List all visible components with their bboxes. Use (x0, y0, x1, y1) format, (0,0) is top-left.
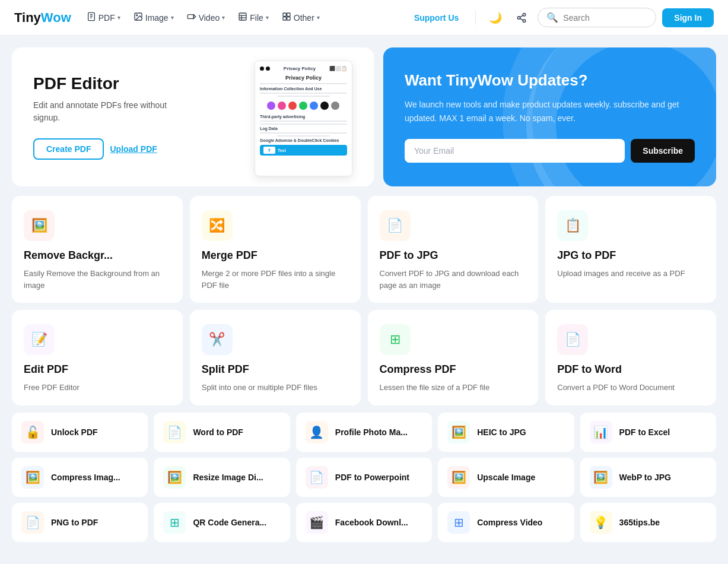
svg-rect-8 (239, 13, 246, 20)
tool-card-large[interactable]: 📝 Edit PDF Free PDF Editor (12, 310, 183, 405)
pdf-preview: Privacy Policy ⬛⬜📋 Privacy Policy Inform… (246, 66, 352, 167)
tool-icon: 📊 (593, 425, 608, 439)
nav-items: PDF▾Image▾Video▾File▾Other▾ (81, 8, 402, 27)
tool-icon-small: 🖼️ (21, 466, 44, 489)
tool-card-large[interactable]: 🖼️ Remove Backgr... Easily Remove the Ba… (12, 196, 183, 303)
tools-grid-small-1: 🔓 Unlock PDF 📄 Word to PDF 👤 Profile Pho… (12, 413, 716, 452)
tool-name: Merge PDF (202, 249, 349, 262)
svg-rect-15 (287, 17, 290, 20)
email-input[interactable] (405, 139, 625, 163)
svg-rect-12 (283, 13, 286, 16)
tool-name: Remove Backgr... (24, 249, 171, 262)
tool-card-large[interactable]: 📄 PDF to JPG Convert PDF to JPG and down… (368, 196, 539, 303)
tool-card-small[interactable]: 🖼️ Compress Imag... (12, 458, 148, 497)
upload-pdf-button[interactable]: Upload PDF (110, 144, 157, 154)
search-bar[interactable]: 🔍 (538, 8, 656, 27)
tool-icon-wrap: 🖼️ (24, 210, 55, 241)
tool-name-small: WebP to JPG (619, 473, 671, 482)
nav-icon-other (282, 12, 291, 23)
tool-card-large[interactable]: 📄 PDF to Word Convert a PDF to Word Docu… (545, 310, 716, 405)
tool-name: Edit PDF (24, 363, 171, 376)
nav-item-file[interactable]: File▾ (232, 8, 275, 27)
tool-card-small[interactable]: ⊞ QR Code Genera... (154, 503, 290, 542)
subscribe-button[interactable]: Subscribe (631, 139, 695, 163)
tool-name: Compress PDF (380, 363, 527, 376)
tool-card-small[interactable]: 💡 365tips.be (580, 503, 716, 542)
nav-icon-video (187, 12, 196, 23)
nav-chevron: ▾ (117, 14, 120, 21)
tool-card-small[interactable]: 📊 PDF to Excel (580, 413, 716, 452)
tools-grid-small-3: 📄 PNG to PDF ⊞ QR Code Genera... 🎬 Faceb… (12, 503, 716, 542)
tool-card-small[interactable]: 📄 PNG to PDF (12, 503, 148, 542)
tool-icon: 🔓 (26, 425, 40, 439)
hero-pdf-editor: PDF Editor Edit and annotate PDFs free w… (12, 47, 374, 186)
tool-icon: 🖼️ (593, 470, 608, 484)
tool-icon: 📄 (565, 332, 581, 347)
search-input[interactable] (563, 13, 647, 23)
tool-card-small[interactable]: 🎬 Facebook Downl... (296, 503, 432, 542)
dark-mode-button[interactable]: 🌙 (485, 8, 506, 28)
tool-icon-wrap: 📝 (24, 324, 55, 355)
nav-chevron: ▾ (266, 14, 269, 21)
newsletter-desc: We launch new tools and make product upd… (405, 98, 695, 125)
tool-name-small: QR Code Genera... (193, 518, 266, 527)
tool-icon-wrap: 📄 (557, 324, 588, 355)
tool-card-small[interactable]: ⊞ Compress Video (438, 503, 574, 542)
tool-card-small[interactable]: 🖼️ HEIC to JPG (438, 413, 574, 452)
tool-card-large[interactable]: ✂️ Split PDF Split into one or multiple … (190, 310, 361, 405)
share-button[interactable] (511, 8, 532, 28)
nav-chevron: ▾ (171, 14, 174, 21)
tool-icon: 🔀 (209, 218, 225, 233)
logo-tiny: Tiny (14, 10, 41, 25)
search-icon: 🔍 (546, 12, 558, 23)
tool-desc: Lessen the file size of a PDF file (380, 382, 527, 394)
tool-name-small: Compress Imag... (51, 473, 120, 482)
svg-line-19 (520, 18, 523, 20)
nav-label: File (250, 13, 263, 23)
nav-item-image[interactable]: Image▾ (128, 8, 180, 27)
nav-label: Video (199, 13, 220, 23)
nav-item-other[interactable]: Other▾ (276, 8, 326, 27)
nav-item-video[interactable]: Video▾ (181, 8, 231, 27)
nav-label: PDF (98, 13, 115, 23)
tool-name: JPG to PDF (557, 249, 704, 262)
nav-label: Other (294, 13, 314, 23)
tool-name-small: PDF to Excel (619, 427, 670, 437)
tool-card-small[interactable]: 👤 Profile Photo Ma... (296, 413, 432, 452)
tool-card-small[interactable]: 🔓 Unlock PDF (12, 413, 148, 452)
tool-icon-small: 🔓 (21, 421, 44, 443)
tool-card-small[interactable]: 🖼️ Upscale Image (438, 458, 574, 497)
tool-name-small: Resize Image Di... (193, 473, 263, 482)
tool-name-small: Unlock PDF (51, 427, 98, 437)
tool-icon: ⊞ (170, 515, 180, 530)
tool-desc: Free PDF Editor (24, 382, 171, 394)
tool-icon: 🎬 (309, 515, 324, 530)
support-link[interactable]: Support Us (407, 9, 466, 26)
tool-icon: 💡 (593, 515, 608, 530)
nav-label: Image (145, 13, 169, 23)
tool-icon-small: 📄 (163, 421, 186, 443)
tool-card-large[interactable]: 🔀 Merge PDF Merge 2 or more PDF files in… (190, 196, 361, 303)
nav-item-pdf[interactable]: PDF▾ (81, 8, 126, 27)
tool-card-large[interactable]: ⊞ Compress PDF Lessen the file size of a… (368, 310, 539, 405)
tool-icon-small: 📊 (590, 421, 612, 443)
nav-icon-pdf (87, 12, 96, 23)
tool-card-small[interactable]: 📄 PDF to Powerpoint (296, 458, 432, 497)
tool-icon: 📄 (309, 470, 324, 484)
signin-button[interactable]: Sign In (662, 8, 714, 27)
tool-card-small[interactable]: 📄 Word to PDF (154, 413, 290, 452)
nav-icon-file (238, 12, 247, 23)
tool-name: PDF to JPG (380, 249, 527, 262)
tool-card-small[interactable]: 🖼️ WebP to JPG (580, 458, 716, 497)
tool-card-large[interactable]: 📋 JPG to PDF Upload images and receive a… (545, 196, 716, 303)
svg-rect-13 (287, 13, 290, 16)
tool-desc: Convert a PDF to Word Document (557, 382, 704, 394)
tool-card-small[interactable]: 🖼️ Resize Image Di... (154, 458, 290, 497)
logo[interactable]: TinyWow (14, 10, 71, 26)
tool-icon-small: 🖼️ (447, 466, 470, 489)
nav-icon-image (133, 12, 143, 23)
tool-icon-wrap: ⊞ (380, 324, 411, 355)
tool-icon: 🖼️ (452, 425, 466, 439)
tool-icon-small: 🖼️ (447, 421, 470, 443)
create-pdf-button[interactable]: Create PDF (33, 138, 104, 160)
